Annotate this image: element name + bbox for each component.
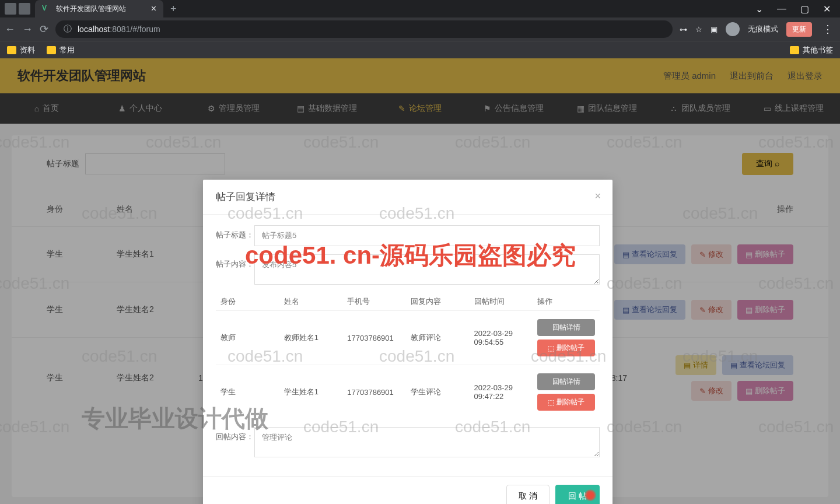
content-textarea[interactable]: 发布内容5 [254,254,600,285]
vue-icon: V [42,4,51,13]
label-title: 帖子标题： [216,225,254,240]
submit-reply-button[interactable]: 回 帖 [555,485,600,504]
folder-icon [7,46,16,54]
cancel-button[interactable]: 取 消 [506,485,550,504]
extension-icon[interactable]: ▣ [710,25,718,34]
reply-delete-button[interactable]: ⬚删除帖子 [537,394,595,411]
new-tab-icon[interactable]: + [163,3,184,15]
bookmarks-bar: 资料 常用 其他书签 [0,41,840,58]
bookmark-item[interactable]: 资料 [7,45,35,55]
maximize-icon[interactable]: ▢ [800,4,809,15]
trash-icon: ⬚ [548,344,554,352]
info-icon: ⓘ [64,24,72,34]
reply-row: 教师 教师姓名1 17703786901 教师评论 2022-03-29 09:… [216,310,600,365]
browser-tab[interactable]: V 软件开发团队管理网站 × [35,0,163,18]
reply-detail-modal: 帖子回复详情 × 帖子标题： 帖子内容： 发布内容5 身份 姓名 手机号 回复内… [203,180,612,504]
window-close-icon[interactable]: ✕ [823,4,831,15]
title-input[interactable] [254,225,600,246]
menu-icon[interactable]: ⋮ [820,23,835,36]
url-path: :8081/#/forum [110,24,160,34]
modal-title: 帖子回复详情 [216,191,275,202]
reply-detail-button[interactable]: 回帖详情 [537,373,595,390]
folder-icon [790,46,799,54]
browser-tab-bar: V 软件开发团队管理网站 × + ⌄ — ▢ ✕ [0,0,840,18]
reload-icon[interactable]: ⟳ [40,23,48,36]
sys-icon [5,3,16,15]
incognito-icon [726,22,740,36]
close-icon[interactable]: × [594,190,601,202]
forward-icon[interactable]: → [22,23,33,36]
key-icon[interactable]: ⊶ [680,25,687,34]
trash-icon: ⬚ [548,398,554,407]
other-bookmarks[interactable]: 其他书签 [790,45,833,55]
reply-detail-button[interactable]: 回帖详情 [537,319,595,336]
tab-title: 软件开发团队管理网站 [56,4,126,14]
update-button[interactable]: 更新 [786,22,812,37]
url-bar[interactable]: ⓘ localhost:8081/#/forum [55,20,673,38]
folder-icon [47,46,56,54]
sys-icon [19,3,30,15]
reply-row: 学生 学生姓名1 17703786901 学生评论 2022-03-29 09:… [216,365,600,419]
label-content: 帖子内容： [216,254,254,270]
back-icon[interactable]: ← [5,23,15,36]
bookmark-item[interactable]: 常用 [47,45,75,55]
url-host: localhost [78,24,110,34]
incognito-label: 无痕模式 [748,24,778,34]
reply-table: 身份 姓名 手机号 回复内容 回帖时间 操作 教师 教师姓名1 17703786… [216,293,600,419]
close-icon[interactable]: × [151,4,156,14]
reply-textarea[interactable]: 管理评论 [254,427,600,457]
minimize-icon[interactable]: — [777,4,786,15]
browser-nav: ← → ⟳ ⓘ localhost:8081/#/forum ⊶ ☆ ▣ 无痕模… [0,18,840,41]
chevron-down-icon[interactable]: ⌄ [755,4,763,15]
star-icon[interactable]: ☆ [695,25,702,34]
reply-delete-button[interactable]: ⬚删除帖子 [537,340,595,356]
cursor-icon [584,489,596,501]
label-reply: 回帖内容： [216,427,254,442]
